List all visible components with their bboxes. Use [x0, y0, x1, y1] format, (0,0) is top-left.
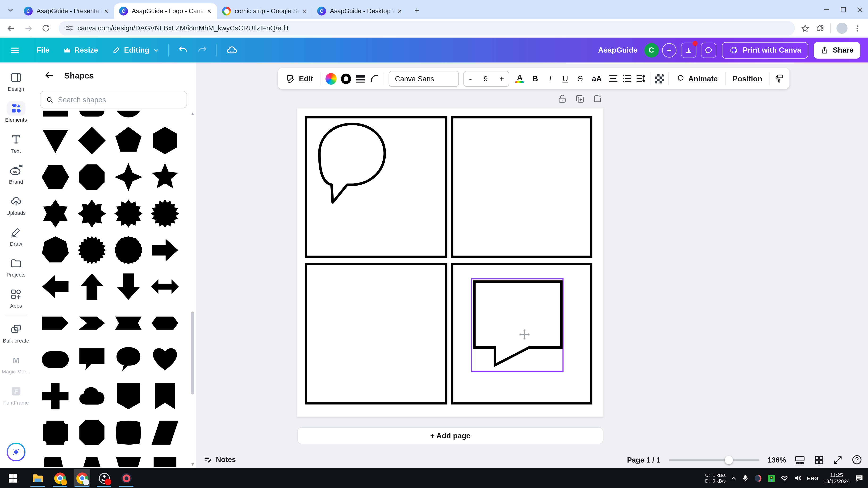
shape-star-5[interactable]: [150, 161, 181, 192]
file-explorer-taskbar-icon[interactable]: [29, 469, 46, 487]
line-curve-button[interactable]: [370, 73, 379, 84]
bold-button[interactable]: B: [530, 74, 540, 83]
shape-trapezoid-inverted[interactable]: [113, 454, 144, 467]
fullscreen-icon[interactable]: [833, 455, 843, 465]
grid-view-icon[interactable]: [814, 455, 824, 465]
shape-star-6[interactable]: [40, 198, 71, 229]
lock-icon[interactable]: [557, 94, 567, 104]
shape-octagon[interactable]: [76, 161, 107, 192]
bullet-list-button[interactable]: [622, 74, 631, 83]
user-avatar[interactable]: C: [644, 43, 658, 57]
tab-close-icon[interactable]: ✕: [102, 7, 111, 15]
underline-button[interactable]: U: [560, 74, 570, 83]
language-indicator[interactable]: ENG: [807, 475, 818, 481]
sidebar-item-design[interactable]: Design: [1, 70, 31, 92]
text-case-button[interactable]: aA: [590, 74, 603, 83]
add-page-icon[interactable]: [592, 94, 603, 104]
sidebar-item-text[interactable]: Text: [1, 132, 31, 154]
square-speech-bubble-shape[interactable]: [473, 280, 563, 371]
italic-button[interactable]: I: [545, 74, 556, 83]
zoom-slider[interactable]: [669, 456, 760, 464]
sidebar-item-uploads[interactable]: Uploads: [1, 194, 31, 216]
back-arrow-icon[interactable]: [44, 70, 54, 80]
url-bar[interactable]: canva.com/design/DAGVNLBxLZM/i8mMhM_kwyC…: [59, 21, 795, 35]
volume-tray-icon[interactable]: [794, 474, 802, 482]
sidebar-item-apps[interactable]: Apps: [1, 287, 31, 309]
redo-button[interactable]: [192, 41, 212, 59]
add-page-button[interactable]: + Add page: [297, 427, 603, 445]
shape-thin-bar[interactable]: [150, 110, 181, 120]
color-picker-button[interactable]: [325, 73, 336, 85]
network-speed-widget[interactable]: U:1 kB/s D:0 kB/s: [705, 473, 725, 484]
extensions-icon[interactable]: [815, 24, 825, 33]
text-color-button[interactable]: A: [514, 73, 526, 84]
sidebar-item-fontframe[interactable]: F FontFrame: [1, 384, 31, 406]
shape-bookmark[interactable]: [150, 381, 181, 412]
scroll-up-icon[interactable]: ▲: [190, 112, 195, 116]
shape-arrow-left-right[interactable]: [150, 271, 181, 302]
shape-square[interactable]: [40, 110, 71, 120]
undo-button[interactable]: [173, 41, 192, 59]
browser-tab-0[interactable]: C AsapGuide - Presentation - Can ✕: [19, 3, 114, 19]
shape-speech-round[interactable]: [113, 344, 144, 375]
shape-diamond[interactable]: [76, 125, 107, 156]
help-icon[interactable]: [851, 454, 863, 465]
browser-tab-3[interactable]: C AsapGuide - Desktop Wallpape ✕: [312, 3, 408, 19]
design-title[interactable]: AsapGuide: [598, 46, 638, 54]
sidebar-item-draw[interactable]: Draw: [1, 225, 31, 247]
chrome-profile1-taskbar-icon[interactable]: [52, 469, 68, 487]
tray-expand-icon[interactable]: [731, 475, 737, 481]
font-size-decrease[interactable]: -: [469, 74, 472, 83]
shape-trapezoid[interactable]: [76, 454, 107, 467]
recorder-taskbar-icon[interactable]: [118, 469, 134, 487]
shape-cloud[interactable]: [76, 381, 107, 412]
notes-button[interactable]: Notes: [204, 455, 236, 464]
round-speech-bubble-shape[interactable]: [316, 122, 389, 203]
shape-pennant[interactable]: [113, 381, 144, 412]
search-box[interactable]: [40, 91, 187, 108]
shape-star-8[interactable]: [76, 198, 107, 229]
shape-hexagon-h[interactable]: [40, 161, 71, 192]
shape-star-12[interactable]: [113, 198, 144, 229]
share-button[interactable]: Share: [814, 42, 860, 58]
sidebar-item-elements[interactable]: Elements: [1, 101, 31, 123]
obs-taskbar-icon[interactable]: [96, 469, 112, 487]
comic-panel-3[interactable]: [305, 263, 447, 404]
comic-panel-2[interactable]: [451, 116, 592, 258]
shape-rounded-square[interactable]: [76, 110, 107, 120]
presenter-view-icon[interactable]: [795, 454, 805, 465]
line-spacing-button[interactable]: [636, 74, 645, 83]
position-button[interactable]: Position: [730, 72, 765, 85]
save-status-button[interactable]: [221, 41, 242, 60]
shape-arrow-up[interactable]: [76, 271, 107, 302]
shape-trapezoid-lean[interactable]: [40, 454, 71, 467]
design-page[interactable]: [297, 108, 603, 417]
sidebar-item-bulk-create[interactable]: Bulk create: [1, 322, 31, 344]
shape-scallop[interactable]: [113, 234, 144, 265]
invite-member-button[interactable]: +: [662, 43, 676, 57]
chrome-menu-icon[interactable]: [853, 24, 861, 32]
font-size-increase[interactable]: +: [499, 74, 504, 83]
reload-icon[interactable]: [39, 21, 53, 35]
profile-avatar[interactable]: [836, 23, 847, 34]
shape-arrow-down[interactable]: [113, 271, 144, 302]
shape-arrow-left[interactable]: [40, 271, 71, 302]
shape-star-16[interactable]: [150, 198, 181, 229]
scrollbar-thumb[interactable]: [191, 312, 194, 394]
clock-widget[interactable]: 11:25 13/12/2024: [824, 472, 850, 484]
tab-close-icon[interactable]: ✕: [300, 7, 309, 15]
minimize-button[interactable]: [818, 0, 835, 19]
sidebar-item-projects[interactable]: Projects: [1, 256, 31, 278]
copy-style-button[interactable]: [774, 73, 784, 84]
start-button[interactable]: [4, 469, 21, 487]
close-button[interactable]: [851, 0, 868, 19]
shape-circle[interactable]: [113, 110, 144, 120]
shape-arrow-right[interactable]: [150, 234, 181, 265]
strikethrough-button[interactable]: S: [575, 74, 586, 83]
browser-tab-2[interactable]: comic strip - Google Search ✕: [217, 3, 312, 19]
font-family-selector[interactable]: Canva Sans: [389, 70, 459, 87]
file-menu[interactable]: File: [32, 43, 54, 58]
shape-pill[interactable]: [40, 344, 71, 375]
back-icon[interactable]: [3, 21, 18, 35]
shape-tag-right[interactable]: [40, 307, 71, 338]
